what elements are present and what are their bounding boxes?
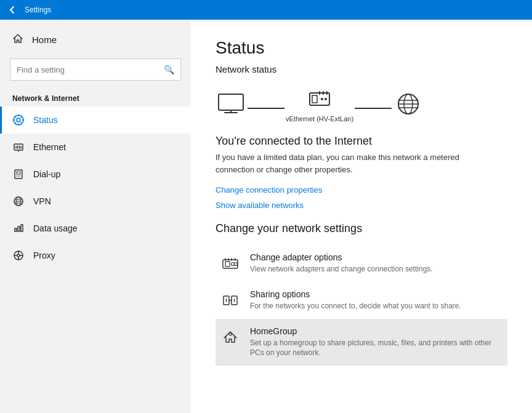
sidebar-item-dialup-label: Dial-up xyxy=(33,169,60,179)
sidebar-item-vpn[interactable]: VPN xyxy=(0,188,191,215)
svg-point-1 xyxy=(17,118,20,122)
network-status-label: Network status xyxy=(216,64,507,74)
sharing-text: Sharing options For the networks you con… xyxy=(250,289,461,311)
svg-rect-14 xyxy=(312,95,317,103)
adapter-options-icon xyxy=(220,254,240,273)
svg-point-21 xyxy=(232,263,235,266)
svg-point-5 xyxy=(17,175,18,177)
line-1 xyxy=(248,108,284,109)
sidebar-item-home[interactable]: Home xyxy=(0,26,191,54)
connected-desc: If you have a limited data plan, you can… xyxy=(216,151,480,175)
sidebar-item-data-usage[interactable]: Data usage xyxy=(0,215,191,242)
router-icon: vEthernet (HV-ExtLan) xyxy=(286,87,353,122)
show-networks-link[interactable]: Show available networks xyxy=(216,201,507,210)
connected-title: You're connected to the Internet xyxy=(216,135,507,148)
svg-rect-2 xyxy=(14,144,23,150)
homegroup-desc: Set up a homegroup to share pictures, mu… xyxy=(250,338,502,359)
dialup-icon xyxy=(12,168,25,180)
sidebar-item-ethernet-label: Ethernet xyxy=(33,142,66,152)
proxy-icon xyxy=(12,249,25,262)
sidebar-home-label: Home xyxy=(32,34,57,45)
sharing-title: Sharing options xyxy=(250,289,461,299)
titlebar-title: Settings xyxy=(25,6,51,14)
sharing-options-icon xyxy=(220,291,240,310)
homegroup-icon xyxy=(220,327,240,347)
vpn-icon xyxy=(12,195,25,207)
sidebar-item-dialup[interactable]: Dial-up xyxy=(0,161,191,188)
svg-rect-4 xyxy=(17,172,20,174)
search-input[interactable] xyxy=(17,65,164,74)
svg-point-6 xyxy=(18,175,19,177)
sidebar-item-data-usage-label: Data usage xyxy=(33,223,78,233)
back-button[interactable] xyxy=(6,4,18,16)
home-icon xyxy=(12,33,23,46)
svg-point-7 xyxy=(20,175,21,177)
svg-point-16 xyxy=(324,98,327,100)
page-title: Status xyxy=(216,38,507,58)
sidebar: Home 🔍 Network & Internet Status xyxy=(0,20,191,413)
sidebar-item-proxy[interactable]: Proxy xyxy=(0,242,191,269)
sidebar-item-status-label: Status xyxy=(33,115,58,125)
main-layout: Home 🔍 Network & Internet Status xyxy=(0,20,532,413)
svg-point-25 xyxy=(229,333,232,335)
settings-item-adapter-options[interactable]: Change adapter options View network adap… xyxy=(216,245,507,282)
svg-point-22 xyxy=(235,263,238,266)
svg-rect-12 xyxy=(219,94,243,110)
adapter-options-desc: View network adapters and change connect… xyxy=(250,264,433,275)
settings-item-sharing[interactable]: Sharing options For the networks you con… xyxy=(216,282,507,319)
data-usage-icon xyxy=(12,222,25,235)
sharing-desc: For the networks you connect to, decide … xyxy=(250,301,461,311)
network-diagram: vEthernet (HV-ExtLan) xyxy=(216,87,507,122)
homegroup-text: HomeGroup Set up a homegroup to share pi… xyxy=(250,326,502,359)
settings-item-homegroup[interactable]: HomeGroup Set up a homegroup to share pi… xyxy=(216,319,507,366)
sidebar-item-proxy-label: Proxy xyxy=(33,251,55,260)
line-2 xyxy=(355,108,392,109)
sidebar-section-title: Network & Internet xyxy=(0,86,191,106)
change-settings-title: Change your network settings xyxy=(216,222,507,235)
svg-point-11 xyxy=(17,254,20,257)
adapter-options-text: Change adapter options View network adap… xyxy=(250,252,433,275)
ethernet-icon xyxy=(12,141,25,153)
titlebar: Settings xyxy=(0,0,532,20)
svg-point-15 xyxy=(321,98,323,100)
svg-rect-20 xyxy=(225,262,230,267)
globe-icon xyxy=(393,92,424,118)
change-connection-link[interactable]: Change connection properties xyxy=(216,185,507,194)
adapter-options-title: Change adapter options xyxy=(250,252,433,262)
search-icon: 🔍 xyxy=(164,65,174,74)
status-icon xyxy=(12,114,25,126)
network-device-label: vEthernet (HV-ExtLan) xyxy=(286,115,353,122)
sidebar-item-vpn-label: VPN xyxy=(33,196,51,206)
sidebar-item-status[interactable]: Status xyxy=(0,106,191,134)
computer-icon xyxy=(216,92,246,118)
sidebar-item-ethernet[interactable]: Ethernet xyxy=(0,134,191,161)
content-area: Status Network status xyxy=(191,20,532,413)
homegroup-title: HomeGroup xyxy=(250,326,502,336)
search-box[interactable]: 🔍 xyxy=(10,58,181,81)
